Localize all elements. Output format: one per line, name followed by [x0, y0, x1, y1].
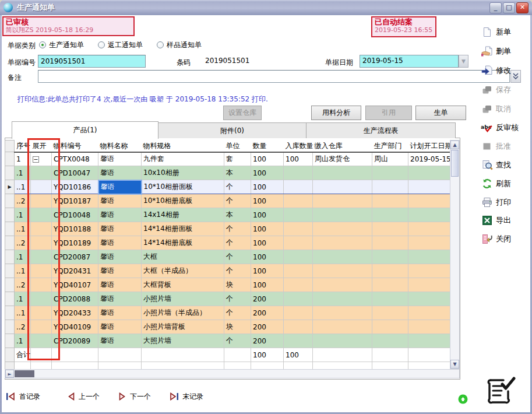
doc-no-input[interactable]: [38, 55, 146, 68]
table-cell[interactable]: 100: [251, 236, 284, 250]
table-cell[interactable]: 个: [224, 264, 251, 278]
table-cell[interactable]: .1: [15, 250, 31, 264]
collapse-box-icon[interactable]: −: [33, 156, 39, 163]
maximize-button[interactable]: □: [503, 2, 515, 13]
close-form-button[interactable]: 关闭: [481, 231, 530, 247]
table-cell[interactable]: [408, 208, 450, 222]
delete-order-button[interactable]: 删单: [481, 44, 530, 59]
table-cell[interactable]: 200: [251, 306, 284, 320]
column-header[interactable]: 序号: [15, 141, 31, 152]
modify-button[interactable]: 修改: [481, 63, 530, 78]
doc-type-radio-option[interactable]: 样品通知单: [157, 40, 202, 50]
table-cell[interactable]: 100: [284, 152, 313, 166]
table-cell[interactable]: 馨语: [98, 334, 142, 348]
table-cell[interactable]: [15, 362, 31, 370]
chevron-down-icon[interactable]: ▼: [459, 55, 468, 68]
tab[interactable]: 生产流程表: [306, 122, 456, 138]
table-cell[interactable]: 个: [224, 222, 251, 236]
table-cell[interactable]: [408, 320, 450, 334]
table-cell[interactable]: [372, 250, 408, 264]
radio-icon[interactable]: [39, 41, 46, 48]
table-cell[interactable]: .1: [15, 292, 31, 306]
table-cell[interactable]: 套: [224, 152, 251, 166]
table-cell[interactable]: 大框（半成品）: [142, 264, 224, 278]
table-cell[interactable]: [284, 236, 313, 250]
doc-date-input[interactable]: 2019-05-15: [360, 55, 459, 68]
table-cell[interactable]: 2019-05-15: [408, 152, 450, 166]
table-cell[interactable]: 14x14相册: [142, 208, 224, 222]
table-cell[interactable]: 大照片墙: [142, 334, 224, 348]
table-cell[interactable]: [313, 194, 372, 208]
table-cell[interactable]: 小照片墙（半成品）: [142, 306, 224, 320]
table-cell[interactable]: [313, 222, 372, 236]
table-cell[interactable]: [372, 236, 408, 250]
table-cell[interactable]: [284, 208, 313, 222]
table-cell[interactable]: [31, 334, 52, 348]
next-record-button[interactable]: 下一个: [118, 391, 151, 402]
radio-icon[interactable]: [157, 41, 164, 48]
print-button[interactable]: 打印: [481, 195, 530, 210]
table-cell[interactable]: [31, 362, 52, 370]
table-cell[interactable]: [313, 334, 372, 348]
table-cell[interactable]: 个: [224, 306, 251, 320]
create-order-button[interactable]: 生单: [415, 106, 466, 120]
table-cell[interactable]: [408, 278, 450, 292]
table-cell[interactable]: 大框背板: [142, 278, 224, 292]
table-row[interactable]: ..1YQD10188馨语14*14相册面板个100: [5, 222, 450, 236]
table-cell[interactable]: 100: [251, 180, 284, 194]
table-cell[interactable]: ..2: [15, 278, 31, 292]
table-cell[interactable]: 100: [251, 194, 284, 208]
vertical-scroll-thumb[interactable]: [451, 150, 459, 177]
minimize-button[interactable]: _: [489, 2, 502, 13]
table-cell[interactable]: [31, 250, 52, 264]
remark-input[interactable]: [38, 70, 510, 83]
column-header[interactable]: 缴入仓库: [313, 141, 372, 152]
scroll-right-icon[interactable]: ►: [5, 370, 14, 378]
new-order-button[interactable]: 新单: [481, 24, 530, 40]
table-cell[interactable]: [31, 222, 52, 236]
table-cell[interactable]: 14*14相册面板: [142, 222, 224, 236]
table-cell[interactable]: [98, 362, 142, 370]
table-cell[interactable]: [313, 278, 372, 292]
table-row[interactable]: ..2YQD10187馨语10*10相册底板个100: [5, 194, 450, 208]
table-cell[interactable]: 馨语: [98, 250, 142, 264]
table-cell[interactable]: ..1: [15, 264, 31, 278]
table-cell[interactable]: [313, 362, 372, 370]
table-cell[interactable]: 200: [251, 292, 284, 306]
table-cell[interactable]: [313, 348, 372, 362]
table-cell[interactable]: [284, 166, 313, 180]
tab[interactable]: 附件(0): [158, 122, 306, 138]
horizontal-scrollbar[interactable]: ◄ ►: [5, 369, 460, 378]
table-cell[interactable]: 馨语: [98, 152, 142, 166]
table-cell[interactable]: 馨语: [98, 320, 142, 334]
table-cell[interactable]: 小照片墙: [142, 292, 224, 306]
table-cell[interactable]: CPTX0048: [52, 152, 98, 166]
table-cell[interactable]: 块: [224, 278, 251, 292]
titlebar[interactable]: 生产通知单 _ □ ✕: [0, 0, 532, 15]
table-cell[interactable]: [284, 334, 313, 348]
table-cell[interactable]: 个: [224, 236, 251, 250]
table-cell[interactable]: CPD10048: [52, 208, 98, 222]
table-cell[interactable]: [284, 264, 313, 278]
table-cell[interactable]: [372, 222, 408, 236]
column-header[interactable]: 物料名称: [98, 141, 142, 152]
table-cell[interactable]: [372, 306, 408, 320]
table-cell[interactable]: 100: [251, 250, 284, 264]
table-cell[interactable]: [313, 306, 372, 320]
table-cell[interactable]: 馨语: [98, 208, 142, 222]
radio-icon[interactable]: [98, 41, 105, 48]
table-row[interactable]: .1CPD10047馨语10x10相册本100: [5, 166, 450, 180]
table-cell[interactable]: [224, 362, 251, 370]
table-cell[interactable]: [372, 334, 408, 348]
table-cell[interactable]: 100: [251, 152, 284, 166]
approve-button[interactable]: 批准: [481, 139, 530, 154]
table-cell[interactable]: [408, 292, 450, 306]
table-cell[interactable]: YQD20431: [52, 264, 98, 278]
refresh-button[interactable]: 刷新: [481, 176, 530, 191]
unapprove-button[interactable]: abc 反审核: [481, 120, 530, 135]
table-cell[interactable]: 个: [224, 250, 251, 264]
table-cell[interactable]: [408, 264, 450, 278]
column-header[interactable]: 物料编号: [52, 141, 98, 152]
table-cell[interactable]: [224, 348, 251, 362]
table-row[interactable]: ▶..1YQD10186馨语10*10相册面板个100: [5, 180, 450, 194]
